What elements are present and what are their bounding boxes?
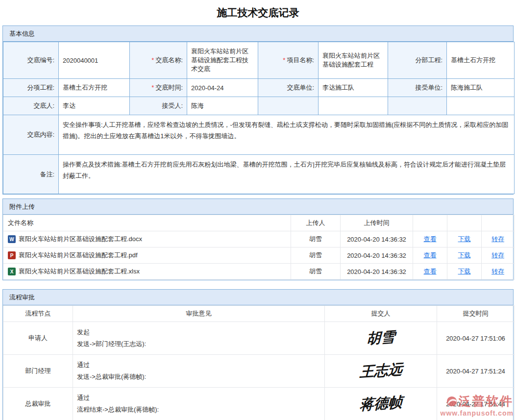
file-cell: P 襄阳火车站站前片区基础设施配套工程.pdf xyxy=(8,251,287,260)
subitem-work-label: 分项工程: xyxy=(3,79,59,97)
project-name-label: *项目名称: xyxy=(258,42,319,79)
upload-time: 2020-04-20 14:36:32 xyxy=(341,264,413,280)
project-name-value: 襄阳火车站站前片区基础设施配套工程 xyxy=(319,42,388,79)
required-asterisk: * xyxy=(283,56,285,64)
signature: 胡雪 xyxy=(366,327,395,349)
required-asterisk: * xyxy=(151,84,154,91)
submit-time: 2020-04-27 17:51:44 xyxy=(437,388,515,420)
file-name: 襄阳火车站站前片区基础设施配套工程.docx xyxy=(19,235,142,244)
basic-info-table: 交底编号: 2020040001 *交底名称: 襄阳火车站站前片区基础设施配套工… xyxy=(3,42,515,194)
opinion-line: 通过 xyxy=(77,359,320,371)
division-work-label: 分部工程: xyxy=(388,42,447,79)
uploader: 胡雪 xyxy=(291,231,341,247)
signature: 蒋德帧 xyxy=(359,393,402,415)
flow-node-column-header: 流程节点 xyxy=(3,306,73,322)
word-file-icon: W xyxy=(8,235,16,243)
disclosure-unit-label-text: 交底单位: xyxy=(287,84,314,91)
submit-time-column-header: 提交时间 xyxy=(437,306,515,322)
download-link[interactable]: 下载 xyxy=(458,268,471,275)
disclosure-no-label: 交底编号: xyxy=(3,42,59,79)
basic-info-row-2: 分项工程: 基槽土石方开挖 *交底时间: 2020-04-24 交底单位: 李达… xyxy=(3,79,515,97)
division-work-value: 基槽土石方开挖 xyxy=(447,42,515,79)
attachments-header-row: 文件名称 上传人 上传时间 xyxy=(3,215,515,231)
download-link[interactable]: 下载 xyxy=(458,235,471,243)
transfer-link[interactable]: 转存 xyxy=(491,251,504,259)
empty-value-cell xyxy=(447,97,515,115)
empty-label-cell xyxy=(388,97,447,115)
action-column-header xyxy=(413,215,447,231)
empty-label-cell xyxy=(258,97,319,115)
disclosure-no-label-text: 交底编号: xyxy=(27,56,54,64)
accept-person-value: 陈海 xyxy=(187,97,258,115)
accept-person-label: 接受人: xyxy=(130,97,187,115)
uploader-column-header: 上传人 xyxy=(291,215,341,231)
opinion-column-header: 审批意见 xyxy=(73,306,325,322)
subitem-work-value: 基槽土石方开挖 xyxy=(59,79,130,97)
opinion-line: 发送->总裁审批(蒋德帧): xyxy=(77,371,320,383)
upload-time-column-header: 上传时间 xyxy=(341,215,413,231)
disclosure-date-value: 2020-04-24 xyxy=(187,79,258,97)
opinion-line: 通过 xyxy=(77,392,320,404)
file-name-column-header: 文件名称 xyxy=(3,215,291,231)
approval-row-president: 总裁审批 通过 流程结束->总裁审批(蒋德帧): 蒋德帧 2020-04-27 … xyxy=(3,388,515,420)
action-column-header xyxy=(447,215,482,231)
attachment-row: X 襄阳火车站站前片区基础设施配套工程.xlsx 胡雪 2020-04-20 1… xyxy=(3,264,515,280)
remark-value: 操作要点及技术措施:基槽土石方开挖前应先用石灰粉划出地梁、基槽的开挖范围，土石方… xyxy=(59,155,515,194)
disclosure-unit-label: 交底单位: xyxy=(258,79,319,97)
disclosure-no-value: 2020040001 xyxy=(59,42,130,79)
submit-time: 2020-04-27 17:51:06 xyxy=(437,322,515,355)
section-gap xyxy=(2,284,514,289)
view-link[interactable]: 查看 xyxy=(424,268,437,275)
approval-header-row: 流程节点 审批意见 提交人 提交时间 xyxy=(3,306,515,322)
empty-value-cell xyxy=(319,97,388,115)
opinion-line: 流程结束->总裁审批(蒋德帧): xyxy=(77,404,320,416)
disclosure-person-value: 李达 xyxy=(59,97,130,115)
opinion-line: 发起 xyxy=(77,326,320,338)
disclosure-date-label: *交底时间: xyxy=(130,79,187,97)
remark-label: 备注: xyxy=(3,155,59,194)
approval-table: 流程节点 审批意见 提交人 提交时间 申请人 发起 发送->部门经理(王志远):… xyxy=(3,305,515,420)
disclosure-date-label-text: 交底时间: xyxy=(155,84,183,91)
accept-person-label-text: 接受人: xyxy=(162,102,183,109)
uploader: 胡雪 xyxy=(291,264,341,280)
disclosure-content-value: 安全操作事项:人工开挖基槽，应经常检查边坡的土质情况，-但发现有裂缝、疏松土或支… xyxy=(59,115,515,155)
download-link[interactable]: 下载 xyxy=(458,251,471,259)
submit-time: 2020-04-27 17:51:24 xyxy=(437,355,515,388)
attachment-row: W 襄阳火车站站前片区基础设施配套工程.docx 胡雪 2020-04-20 1… xyxy=(3,231,515,247)
attachment-row: P 襄阳火车站站前片区基础设施配套工程.pdf 胡雪 2020-04-20 14… xyxy=(3,247,515,264)
accept-unit-value: 陈海施工队 xyxy=(447,79,515,97)
approval-section-title: 流程审批 xyxy=(3,290,513,305)
approval-section: 流程审批 流程节点 审批意见 提交人 提交时间 申请人 发起 发送->部门经理(… xyxy=(2,289,514,420)
transfer-link[interactable]: 转存 xyxy=(491,268,504,275)
excel-file-icon: X xyxy=(8,268,16,275)
signature: 王志远 xyxy=(359,360,402,382)
attachments-table: 文件名称 上传人 上传时间 W 襄阳火车站站前片区基础设施配套工程.docx 胡… xyxy=(3,215,515,280)
file-cell: X 襄阳火车站站前片区基础设施配套工程.xlsx xyxy=(8,267,287,276)
transfer-link[interactable]: 转存 xyxy=(491,235,504,243)
view-link[interactable]: 查看 xyxy=(424,235,437,243)
file-name: 襄阳火车站站前片区基础设施配套工程.pdf xyxy=(19,251,138,260)
view-link[interactable]: 查看 xyxy=(424,251,437,259)
subitem-work-label-text: 分项工程: xyxy=(27,84,54,91)
basic-info-row-1: 交底编号: 2020040001 *交底名称: 襄阳火车站站前片区基础设施配套工… xyxy=(3,42,515,79)
approval-opinion: 通过 流程结束->总裁审批(蒋德帧): xyxy=(73,388,325,420)
upload-time: 2020-04-20 14:36:32 xyxy=(341,231,413,247)
flow-node: 申请人 xyxy=(3,322,73,355)
approval-opinion: 通过 发送->总裁审批(蒋德帧): xyxy=(73,355,325,388)
disclosure-unit-value: 李达施工队 xyxy=(319,79,388,97)
disclosure-content-label: 交底内容: xyxy=(3,115,59,155)
disclosure-name-label: *交底名称: xyxy=(130,42,187,79)
disclosure-person-label-text: 交底人: xyxy=(33,102,54,109)
flow-node: 部门经理 xyxy=(3,355,73,388)
basic-info-row-3: 交底人: 李达 接受人: 陈海 xyxy=(3,97,515,115)
project-name-label-text: 项目名称: xyxy=(287,56,314,64)
record-page: 施工技术交底记录 基本信息 交底编号: 2020040001 *交底名称: 襄阳… xyxy=(0,0,516,420)
accept-unit-label-text: 接受单位: xyxy=(415,84,442,91)
division-work-label-text: 分部工程: xyxy=(415,56,442,64)
attachments-section-title: 附件上传 xyxy=(3,199,513,215)
approval-row-applicant: 申请人 发起 发送->部门经理(王志远): 胡雪 2020-04-27 17:5… xyxy=(3,322,515,355)
uploader: 胡雪 xyxy=(291,247,341,264)
file-name: 襄阳火车站站前片区基础设施配套工程.xlsx xyxy=(19,267,140,276)
disclosure-content-row: 交底内容: 安全操作事项:人工开挖基槽，应经常检查边坡的土质情况，-但发现有裂缝… xyxy=(3,115,515,155)
submitter-column-header: 提交人 xyxy=(325,306,437,322)
